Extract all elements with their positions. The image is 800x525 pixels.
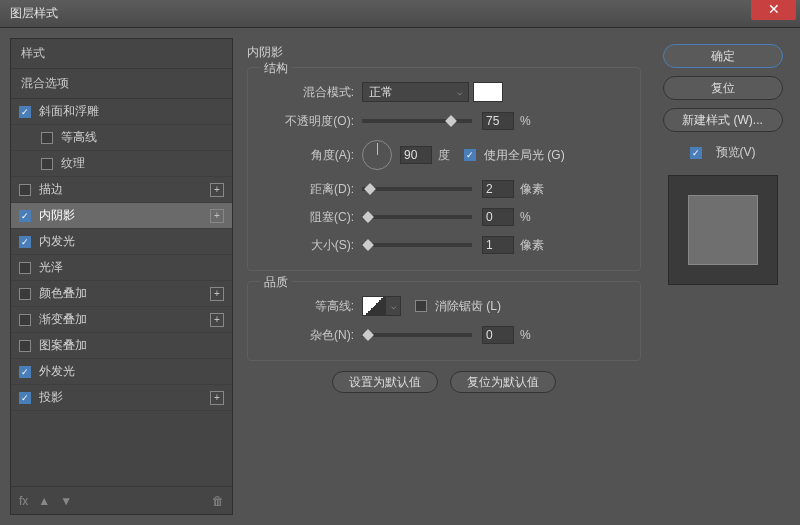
arrow-up-icon[interactable]: ▲ <box>38 494 50 508</box>
sidebar-item[interactable]: 图案叠加 <box>11 333 232 359</box>
right-panel: 确定 复位 新建样式 (W)... 预览(V) <box>655 38 790 515</box>
style-label: 渐变叠加 <box>39 311 87 328</box>
sidebar-item[interactable]: 颜色叠加+ <box>11 281 232 307</box>
add-effect-icon[interactable]: + <box>210 287 224 301</box>
sidebar-item[interactable]: 内发光 <box>11 229 232 255</box>
global-light-label: 使用全局光 (G) <box>484 147 565 164</box>
add-effect-icon[interactable]: + <box>210 209 224 223</box>
distance-input[interactable]: 2 <box>482 180 514 198</box>
style-label: 外发光 <box>39 363 75 380</box>
contour-label: 等高线: <box>264 298 354 315</box>
sidebar-item[interactable]: 光泽 <box>11 255 232 281</box>
sidebar-item[interactable]: 斜面和浮雕 <box>11 99 232 125</box>
chevron-down-icon: ⌵ <box>457 87 462 97</box>
choke-input[interactable]: 0 <box>482 208 514 226</box>
antialias-checkbox[interactable] <box>415 300 427 312</box>
style-label: 内阴影 <box>39 207 75 224</box>
sidebar-item[interactable]: 投影+ <box>11 385 232 411</box>
shadow-color-swatch[interactable] <box>473 82 503 102</box>
quality-legend: 品质 <box>260 274 292 291</box>
add-effect-icon[interactable]: + <box>210 313 224 327</box>
sidebar-item[interactable]: 纹理 <box>11 151 232 177</box>
trash-icon[interactable]: 🗑 <box>212 494 224 508</box>
distance-slider[interactable] <box>362 187 472 191</box>
preview-label: 预览(V) <box>716 144 756 161</box>
new-style-button[interactable]: 新建样式 (W)... <box>663 108 783 132</box>
noise-label: 杂色(N): <box>264 327 354 344</box>
style-checkbox[interactable] <box>19 184 31 196</box>
style-checkbox[interactable] <box>19 236 31 248</box>
cancel-button[interactable]: 复位 <box>663 76 783 100</box>
ok-button[interactable]: 确定 <box>663 44 783 68</box>
global-light-checkbox[interactable] <box>464 149 476 161</box>
size-slider[interactable] <box>362 243 472 247</box>
sidebar-item[interactable]: 内阴影+ <box>11 203 232 229</box>
style-label: 纹理 <box>61 155 85 172</box>
noise-slider[interactable] <box>362 333 472 337</box>
panel-title: 内阴影 <box>247 44 641 61</box>
style-checkbox[interactable] <box>19 366 31 378</box>
settings-panel: 内阴影 结构 混合模式: 正常 ⌵ 不透明度(O): 75 % 角度(A): <box>237 38 651 515</box>
window-title: 图层样式 <box>10 5 58 22</box>
structure-group: 结构 混合模式: 正常 ⌵ 不透明度(O): 75 % 角度(A): 90 度 <box>247 67 641 271</box>
opacity-label: 不透明度(O): <box>264 113 354 130</box>
size-label: 大小(S): <box>264 237 354 254</box>
styles-sidebar: 样式 混合选项 斜面和浮雕等高线纹理描边+内阴影+内发光光泽颜色叠加+渐变叠加+… <box>10 38 233 515</box>
style-checkbox[interactable] <box>41 158 53 170</box>
fx-icon[interactable]: fx <box>19 494 28 508</box>
style-label: 内发光 <box>39 233 75 250</box>
style-label: 斜面和浮雕 <box>39 103 99 120</box>
angle-dial[interactable] <box>362 140 392 170</box>
sidebar-item[interactable]: 外发光 <box>11 359 232 385</box>
quality-group: 品质 等高线: ⌵ 消除锯齿 (L) 杂色(N): 0 % <box>247 281 641 361</box>
angle-input[interactable]: 90 <box>400 146 432 164</box>
arrow-down-icon[interactable]: ▼ <box>60 494 72 508</box>
close-button[interactable]: ✕ <box>751 0 796 20</box>
style-label: 投影 <box>39 389 63 406</box>
contour-swatch[interactable] <box>362 296 386 316</box>
reset-default-button[interactable]: 复位为默认值 <box>450 371 556 393</box>
preview-box <box>668 175 778 285</box>
add-effect-icon[interactable]: + <box>210 391 224 405</box>
blend-mode-label: 混合模式: <box>264 84 354 101</box>
titlebar: 图层样式 ✕ <box>0 0 800 28</box>
size-input[interactable]: 1 <box>482 236 514 254</box>
noise-input[interactable]: 0 <box>482 326 514 344</box>
style-label: 光泽 <box>39 259 63 276</box>
sidebar-item[interactable]: 等高线 <box>11 125 232 151</box>
style-label: 图案叠加 <box>39 337 87 354</box>
style-checkbox[interactable] <box>19 262 31 274</box>
sidebar-header-blend[interactable]: 混合选项 <box>11 69 232 99</box>
sidebar-item[interactable]: 渐变叠加+ <box>11 307 232 333</box>
style-label: 描边 <box>39 181 63 198</box>
opacity-slider[interactable] <box>362 119 472 123</box>
style-checkbox[interactable] <box>19 210 31 222</box>
preview-checkbox[interactable] <box>690 147 702 159</box>
make-default-button[interactable]: 设置为默认值 <box>332 371 438 393</box>
style-checkbox[interactable] <box>19 340 31 352</box>
choke-slider[interactable] <box>362 215 472 219</box>
choke-label: 阻塞(C): <box>264 209 354 226</box>
style-checkbox[interactable] <box>19 392 31 404</box>
sidebar-footer: fx ▲ ▼ 🗑 <box>11 486 232 514</box>
style-checkbox[interactable] <box>19 288 31 300</box>
add-effect-icon[interactable]: + <box>210 183 224 197</box>
style-checkbox[interactable] <box>41 132 53 144</box>
style-label: 等高线 <box>61 129 97 146</box>
sidebar-header-styles[interactable]: 样式 <box>11 39 232 69</box>
distance-label: 距离(D): <box>264 181 354 198</box>
style-checkbox[interactable] <box>19 106 31 118</box>
style-checkbox[interactable] <box>19 314 31 326</box>
contour-dropdown[interactable]: ⌵ <box>385 296 401 316</box>
preview-swatch <box>688 195 758 265</box>
blend-mode-dropdown[interactable]: 正常 ⌵ <box>362 82 469 102</box>
opacity-input[interactable]: 75 <box>482 112 514 130</box>
antialias-label: 消除锯齿 (L) <box>435 298 501 315</box>
sidebar-item[interactable]: 描边+ <box>11 177 232 203</box>
structure-legend: 结构 <box>260 60 292 77</box>
style-label: 颜色叠加 <box>39 285 87 302</box>
angle-label: 角度(A): <box>264 147 354 164</box>
